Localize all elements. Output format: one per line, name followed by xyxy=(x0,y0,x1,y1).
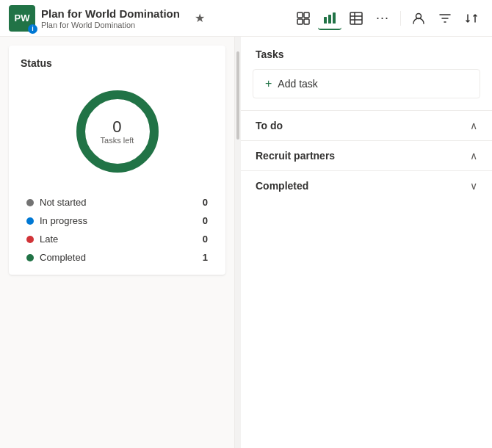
legend-item: Late 0 xyxy=(26,234,208,245)
chevron-up-icon: ∧ xyxy=(470,120,477,131)
grid-view-button[interactable] xyxy=(292,7,315,30)
scroll-divider xyxy=(235,37,241,448)
sections-container: To do ∧ Recruit partners ∧ Completed ∨ xyxy=(241,110,492,200)
legend-dot xyxy=(26,254,34,261)
legend-name: Not started xyxy=(40,197,190,208)
legend-count: 0 xyxy=(196,197,208,208)
star-icon[interactable]: ★ xyxy=(195,11,205,25)
scroll-thumb xyxy=(236,51,239,140)
tasks-left-count: 0 xyxy=(101,118,134,136)
legend-name: Late xyxy=(40,234,190,245)
svg-rect-6 xyxy=(333,12,336,24)
status-title: Status xyxy=(21,57,214,69)
status-panel: Status 0 Tasks left xyxy=(0,37,235,448)
section-name: To do xyxy=(256,120,283,131)
chevron-down-icon: ∨ xyxy=(470,180,477,192)
legend-dot xyxy=(26,236,34,243)
legend-name: In progress xyxy=(40,215,190,226)
header-title-area: Plan for World Domination Plan for World… xyxy=(41,7,180,29)
sort-button[interactable] xyxy=(460,7,483,30)
section-row-recruit-partners[interactable]: Recruit partners ∧ xyxy=(241,140,492,170)
page-subtitle: Plan for World Domination xyxy=(41,21,180,29)
legend-count: 1 xyxy=(196,252,208,263)
legend-dot xyxy=(26,217,34,225)
info-icon: i xyxy=(28,24,37,34)
tasks-left-label: Tasks left xyxy=(101,136,134,145)
svg-rect-3 xyxy=(304,19,309,24)
svg-rect-0 xyxy=(297,12,303,18)
section-name: Completed xyxy=(256,180,308,192)
legend-dot xyxy=(26,199,34,206)
section-row-to-do[interactable]: To do ∧ xyxy=(241,110,492,140)
section-row-completed[interactable]: Completed ∨ xyxy=(241,170,492,200)
status-card: Status 0 Tasks left xyxy=(9,46,225,275)
legend-name: Completed xyxy=(40,252,190,263)
add-task-button[interactable]: + Add task xyxy=(253,69,480,98)
add-task-label: Add task xyxy=(278,78,317,90)
legend-item: Completed 1 xyxy=(26,252,208,263)
page-title: Plan for World Domination xyxy=(41,7,180,21)
legend-count: 0 xyxy=(196,234,208,245)
svg-rect-7 xyxy=(350,12,362,24)
more-button[interactable]: ··· xyxy=(371,7,394,30)
svg-rect-4 xyxy=(324,17,327,24)
legend-item: In progress 0 xyxy=(26,215,208,226)
table-view-button[interactable] xyxy=(344,7,368,30)
plus-icon: + xyxy=(265,77,272,90)
header-toolbar: ··· xyxy=(292,7,483,30)
section-name: Recruit partners xyxy=(256,150,335,162)
svg-rect-5 xyxy=(328,15,331,24)
separator xyxy=(400,11,401,26)
svg-rect-2 xyxy=(297,19,303,24)
avatar: PW i xyxy=(9,5,35,32)
svg-rect-1 xyxy=(304,12,309,18)
tasks-panel: Tasks + Add task To do ∧ Recruit partner… xyxy=(241,37,492,448)
donut-chart: 0 Tasks left xyxy=(21,84,214,179)
donut-center: 0 Tasks left xyxy=(101,118,134,145)
chart-view-button[interactable] xyxy=(318,7,341,30)
tasks-header: Tasks xyxy=(241,37,492,69)
header: PW i Plan for World Domination Plan for … xyxy=(0,0,492,37)
legend-count: 0 xyxy=(196,215,208,226)
legend: Not started 0 In progress 0 Late 0 Compl… xyxy=(21,197,214,263)
legend-item: Not started 0 xyxy=(26,197,208,208)
chevron-up-icon: ∧ xyxy=(470,150,477,162)
main: Status 0 Tasks left xyxy=(0,37,492,448)
people-button[interactable] xyxy=(407,7,430,30)
filter-button[interactable] xyxy=(433,7,457,30)
